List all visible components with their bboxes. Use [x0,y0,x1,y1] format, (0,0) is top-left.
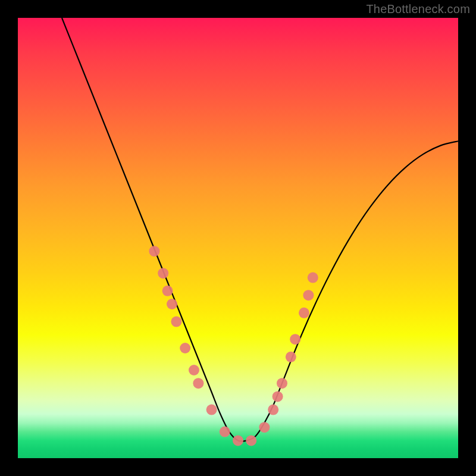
marker-dot [220,427,230,437]
marker-dot [277,378,287,389]
marker-dot [299,308,309,318]
bottleneck-curve-path [62,18,458,441]
marker-dot [233,435,243,446]
marker-dot [290,334,300,345]
watermark-text: TheBottleneck.com [366,2,470,16]
marker-dot [180,343,190,353]
plot-area [18,18,458,458]
marker-dot [167,299,177,309]
marker-dot [171,317,181,327]
chart-stage: TheBottleneck.com [0,0,476,476]
marker-dot [206,405,217,415]
marker-dot [268,405,278,415]
marker-dot [189,365,199,375]
marker-dot [193,378,203,389]
marker-dot [149,246,159,256]
marker-dots [149,246,318,446]
curve-layer [18,18,458,458]
marker-dot [158,268,168,278]
marker-dot [259,422,270,433]
marker-dot [273,391,283,402]
marker-dot [303,290,314,300]
marker-dot [308,273,318,283]
bottleneck-curve [62,18,458,441]
marker-dot [162,286,173,296]
marker-dot [246,435,256,446]
marker-dot [286,352,296,362]
